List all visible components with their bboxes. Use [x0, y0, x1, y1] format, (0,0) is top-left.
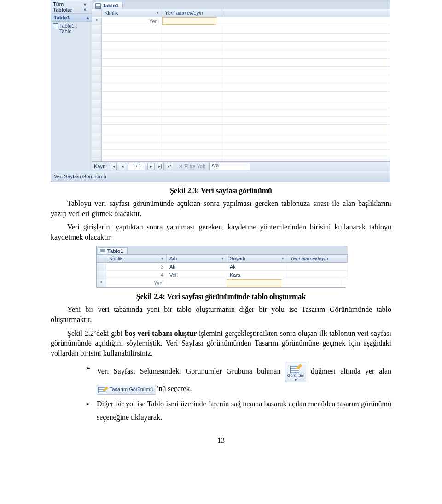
cell-adi[interactable]: Ali [167, 263, 227, 270]
nav-prev-button[interactable]: ◂ [119, 163, 126, 170]
cell-empty[interactable] [281, 279, 342, 287]
record-navigator: Kayıt: |◂ ◂ 1 / 1 ▸ ▸| ▸* ✕ Filtre Yok A… [92, 161, 390, 171]
row-selector[interactable] [97, 271, 106, 279]
nav-last-button[interactable]: ▸| [157, 163, 164, 170]
tab-tablo1[interactable]: Tablo1 [93, 2, 123, 9]
column-kimlik[interactable]: Kimlik ▾ [102, 9, 162, 17]
cell-id[interactable]: 3 [106, 263, 167, 270]
nav-group[interactable]: Tablo1 ▴ [51, 14, 92, 22]
nav-group-label: Tablo1 [54, 15, 70, 20]
chevron-down-icon[interactable]: ▾ « [84, 2, 90, 12]
row-selector-icon[interactable]: * [97, 279, 106, 287]
cell-empty[interactable] [287, 271, 348, 279]
nav-new-button[interactable]: ▸* [166, 163, 173, 170]
dropdown-icon: ▾ [287, 378, 304, 382]
row-selector[interactable] [97, 263, 106, 270]
cell-adi[interactable]: Veli [167, 271, 227, 279]
nav-pane: Tüm Tablolar ▾ « Tablo1 ▴ Tablo1 : Tablo [51, 0, 92, 171]
paragraph-2: Veri girişlerini yaptıktan sonra yapılma… [51, 222, 391, 242]
figure-caption-1: Şekil 2.3: Veri sayfası görünümü [51, 187, 391, 195]
datasheet-header: Kimlik ▾ Yeni alan ekleyin [92, 9, 390, 17]
paragraph-1: Tabloyu veri sayfası görünümünde açtıkta… [51, 199, 391, 218]
nav-first-button[interactable]: |◂ [110, 163, 117, 170]
nav-pane-header[interactable]: Tüm Tablolar ▾ « [51, 0, 92, 14]
cell-empty[interactable] [287, 263, 348, 270]
column-label: Kimlik [109, 256, 122, 261]
tasarim-gorunumu-button[interactable]: Tasarım Görünümü [97, 385, 156, 395]
bullet-item-2: Diğer bir yol ise Tablo ismi üzerinde fa… [85, 398, 391, 424]
cell-soyadi[interactable]: Ak [227, 263, 287, 270]
nav-pane-title: Tüm Tablolar [53, 1, 84, 12]
cell-id[interactable]: 4 [106, 271, 167, 279]
text: düğmesi altında yer alan [311, 368, 391, 375]
status-bar: Veri Sayfası Görünümü [51, 171, 390, 182]
dropdown-icon[interactable]: ▾ [282, 256, 284, 261]
row-selector-icon[interactable]: * [92, 17, 102, 25]
column-label: Adı [169, 256, 177, 261]
bullet-item-1: Veri Sayfası Sekmesindeki Görünümler Gru… [85, 362, 391, 396]
document-tabs: Tablo1 [92, 0, 390, 9]
dropdown-icon[interactable]: ▾ [157, 11, 159, 15]
cell-soyadi[interactable]: Kara [227, 271, 287, 279]
gorunum-label: Görünüm [287, 373, 304, 378]
cell-active[interactable] [227, 279, 281, 287]
column-add-new[interactable]: Yeni alan ekleyin [162, 9, 222, 17]
nav-next-button[interactable]: ▸ [147, 163, 155, 170]
new-row[interactable]: * Yeni [92, 17, 390, 25]
table-row[interactable]: 3 Ali Ak [97, 263, 348, 271]
column-label: Soyadı [230, 256, 245, 261]
table-row[interactable]: 4 Veli Kara [97, 271, 348, 279]
column-soyadi[interactable]: Soyadı ▾ [227, 255, 287, 262]
search-box[interactable]: Ara [209, 163, 250, 170]
text: Veri Sayfası Sekmesindeki Görünümler Gru… [97, 368, 285, 375]
document-tabs: Tablo1 [97, 246, 348, 255]
tab-tablo1[interactable]: Tablo1 [98, 247, 128, 254]
gorunum-button[interactable]: Görünüm ▾ [285, 362, 306, 382]
text: Şekil 2.2’deki gibi [67, 329, 125, 337]
screenshot-access-table-create: Tablo1 Kimlik ▾ Adı ▾ Soyadı ▾ Yeni alan… [96, 246, 346, 288]
text-bold: boş veri tabanı oluştur [125, 329, 197, 337]
datasheet-header: Kimlik ▾ Adı ▾ Soyadı ▾ Yeni alan ekleyi… [97, 255, 348, 263]
column-label: Kimlik [105, 10, 118, 16]
cell-kimlik[interactable]: Yeni [106, 279, 167, 287]
select-all-corner[interactable] [97, 255, 106, 262]
column-adi[interactable]: Adı ▾ [167, 255, 227, 262]
cell-kimlik[interactable]: Yeni [102, 17, 162, 25]
column-kimlik[interactable]: Kimlik ▾ [106, 255, 167, 262]
tasarim-label: Tasarım Görünümü [110, 387, 153, 392]
paragraph-4: Şekil 2.2’deki gibi boş veri tabanı oluş… [51, 328, 391, 358]
cell-empty[interactable] [167, 279, 227, 287]
text: ’nü seçerek. [156, 385, 192, 393]
new-row[interactable]: * Yeni [97, 279, 348, 287]
filter-status[interactable]: ✕ Filtre Yok [179, 164, 205, 170]
nav-label: Kayıt: [94, 164, 107, 169]
nav-position[interactable]: 1 / 1 [128, 163, 145, 170]
paragraph-3: Yeni bir veri tabanında yeni bir tablo o… [51, 305, 391, 324]
datasheet-body[interactable]: 3 Ali Ak 4 Veli Kara * Yeni [97, 263, 348, 287]
design-view-icon [98, 386, 108, 393]
figure-caption-2: Şekil 2.4: Veri sayfası görünümünde tabl… [51, 293, 391, 301]
gorunum-icon [289, 363, 302, 373]
bullet-list: Veri Sayfası Sekmesindeki Görünümler Gru… [51, 362, 391, 424]
column-add-new[interactable]: Yeni alan ekleyin [287, 255, 348, 262]
chevron-up-icon[interactable]: ▴ [87, 15, 89, 20]
select-all-corner[interactable] [92, 9, 102, 17]
page-number: 13 [51, 436, 391, 445]
screenshot-access-datasheet: Tüm Tablolar ▾ « Tablo1 ▴ Tablo1 : Tablo… [51, 0, 390, 182]
dropdown-icon[interactable]: ▾ [161, 256, 163, 261]
nav-item-table[interactable]: Tablo1 : Tablo [51, 22, 92, 35]
cell-new-active[interactable] [162, 17, 216, 25]
dropdown-icon[interactable]: ▾ [221, 256, 224, 261]
datasheet-body[interactable]: * Yeni [92, 17, 390, 161]
